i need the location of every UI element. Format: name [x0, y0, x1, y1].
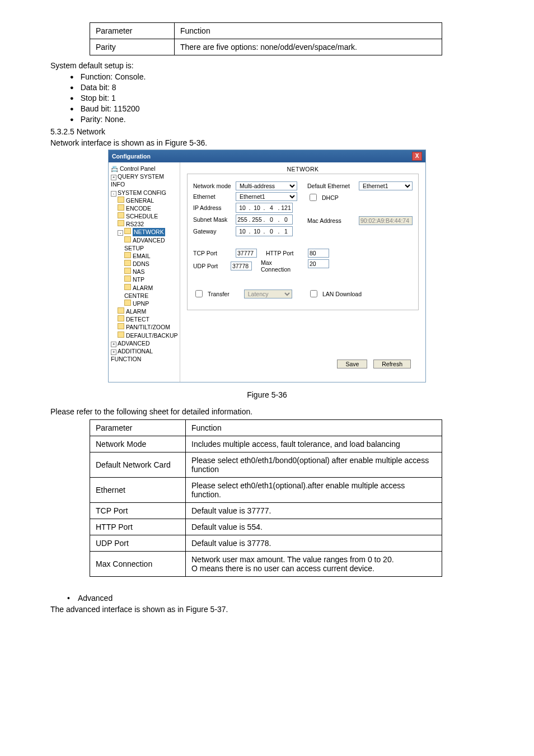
label-ethernet: Ethernet	[193, 193, 232, 200]
refresh-button[interactable]: Refresh	[373, 360, 411, 368]
ip-address-input[interactable]: 10.10.4.121	[236, 203, 293, 213]
label-ip: IP Address	[193, 204, 232, 211]
param-table-1: ParameterFunction ParityThere are five o…	[90, 22, 442, 55]
default-stopbit: Stop bit: 1	[70, 94, 484, 102]
ethernet-select[interactable]: Ethernet1	[236, 192, 297, 201]
section-line: Network interface is shown as in Figure …	[50, 138, 484, 147]
t2-r2-c0: Ethernet	[90, 478, 186, 503]
tree-nas[interactable]: NAS	[133, 268, 145, 275]
folder-icon	[124, 268, 131, 274]
label-dhcp: DHCP	[322, 194, 339, 201]
tree-system-config[interactable]: SYSTEM CONFIG	[118, 189, 166, 196]
collapse-icon[interactable]: -	[118, 230, 123, 236]
save-button[interactable]: Save	[337, 360, 367, 368]
tree-rs232[interactable]: RS232	[126, 221, 144, 227]
advanced-bullet: Advanced	[67, 594, 484, 603]
table1-parity-label: Parity	[90, 39, 175, 55]
title-bar[interactable]: Configuration X	[109, 150, 425, 162]
lan-download-checkbox[interactable]	[310, 290, 317, 297]
label-udp: UDP Port	[193, 263, 227, 269]
tree-query[interactable]: QUERY SYSTEM INFO	[111, 173, 164, 188]
tree-encode[interactable]: ENCODE	[126, 205, 151, 212]
subnet-mask-input[interactable]: 255.255.0.0	[236, 214, 293, 225]
t2-r3-c0: TCP Port	[90, 503, 186, 519]
t2-r4-c1: Default value is 554.	[186, 519, 442, 535]
param-table-2: ParameterFunction Network ModeIncludes m…	[90, 419, 442, 577]
t2-r1-c0: Default Network Card	[90, 452, 186, 478]
label-maxconn: Max Connection	[261, 259, 298, 273]
tree-email[interactable]: EMAIL	[133, 253, 151, 259]
table1-parity-desc: There are five options: none/odd/even/sp…	[175, 39, 442, 55]
folder-icon	[124, 236, 131, 242]
folder-icon	[118, 204, 124, 211]
tree-additional[interactable]: ADDITIONAL FUNCTION	[111, 348, 153, 362]
label-tcp: TCP Port	[193, 250, 232, 256]
t2-r5-c0: UDP Port	[90, 535, 186, 552]
t2-r2-c1: Please select eth0/eth1(optional).after …	[186, 478, 442, 503]
tree-alarm[interactable]: ALARM	[126, 308, 146, 315]
max-conn-input[interactable]	[308, 259, 329, 268]
folder-icon	[124, 284, 131, 290]
intro-text: System default setup is:	[50, 61, 484, 70]
label-subnet: Subnet Mask	[193, 216, 232, 223]
tree-general[interactable]: GENERAL	[126, 197, 154, 204]
group-title: NETWORK	[287, 166, 318, 172]
folder-icon	[118, 323, 124, 329]
folder-icon	[118, 197, 124, 203]
window-title: Configuration	[112, 153, 151, 160]
udp-port-input[interactable]	[231, 262, 252, 270]
gateway-input[interactable]: 10.10.0.1	[236, 226, 293, 236]
section-heading: 5.3.2.5 Network	[50, 127, 484, 136]
label-lan-download: LAN Download	[322, 291, 362, 297]
folder-icon	[124, 276, 131, 282]
network-mode-select[interactable]: Multi-address	[236, 181, 297, 190]
tree-ntp[interactable]: NTP	[133, 276, 144, 283]
tree-pane: 📇 Control Panel +QUERY SYSTEM INFO -SYST…	[109, 162, 180, 382]
tree-upnp[interactable]: UPNP	[133, 300, 149, 307]
t2-r6-c0: Max Connection	[90, 552, 186, 577]
dhcp-checkbox[interactable]	[310, 194, 317, 201]
default-ethernet-select[interactable]: Ethernet1	[359, 181, 413, 190]
expand-icon[interactable]: +	[111, 349, 116, 355]
t2-header-func: Function	[186, 420, 442, 436]
table1-header-func: Function	[175, 23, 442, 39]
default-function: Function: Console.	[70, 72, 484, 81]
tree-ddns[interactable]: DDNS	[133, 260, 149, 267]
defaults-list: Function: Console. Data bit: 8 Stop bit:…	[50, 72, 484, 124]
tcp-port-input[interactable]	[236, 249, 257, 258]
http-port-input[interactable]	[308, 249, 329, 258]
tree-control-panel[interactable]: 📇 Control Panel	[111, 165, 179, 172]
collapse-icon[interactable]: -	[111, 191, 116, 197]
expand-icon[interactable]: +	[111, 175, 116, 180]
t2-header-param: Parameter	[90, 420, 186, 436]
tree-advanced[interactable]: ADVANCED	[118, 340, 150, 347]
default-baud: Baud bit: 115200	[70, 104, 484, 113]
label-network-mode: Network mode	[193, 183, 232, 189]
t2-r6-c1: Network user max amount. The value range…	[186, 552, 442, 577]
t2-r0-c0: Network Mode	[90, 436, 186, 452]
close-icon[interactable]: X	[412, 152, 422, 161]
label-default-ethernet: Default Ethernet	[307, 183, 355, 189]
folder-icon	[118, 220, 124, 226]
label-gateway: Gateway	[193, 228, 232, 235]
folder-icon	[124, 252, 131, 258]
t2-r0-c1: Includes multiple access, fault toleranc…	[186, 436, 442, 452]
default-databit: Data bit: 8	[70, 83, 484, 92]
expand-icon[interactable]: +	[111, 342, 116, 347]
folder-icon	[124, 228, 131, 234]
latency-select: Latency	[244, 290, 292, 298]
advanced-line: The advanced interface is shown as in Fi…	[50, 605, 484, 614]
tree-default-backup[interactable]: DEFAULT/BACKUP	[126, 332, 178, 339]
folder-icon	[118, 307, 124, 314]
t2-r1-c1: Please select eth0/eth1/bond0(optional) …	[186, 452, 442, 478]
transfer-checkbox[interactable]	[195, 290, 203, 297]
tree-detect[interactable]: DETECT	[126, 316, 149, 323]
label-http: HTTP Port	[266, 250, 293, 256]
tree-schedule[interactable]: SCHEDULE	[126, 213, 158, 220]
configuration-window: Configuration X 📇 Control Panel +QUERY S…	[108, 150, 426, 382]
folder-icon	[118, 212, 124, 218]
default-parity: Parity: None.	[70, 115, 484, 124]
tree-ptz[interactable]: PAN/TILT/ZOOM	[126, 324, 170, 330]
folder-icon	[124, 260, 131, 266]
tree-network-selected[interactable]: NETWORK	[133, 228, 165, 236]
